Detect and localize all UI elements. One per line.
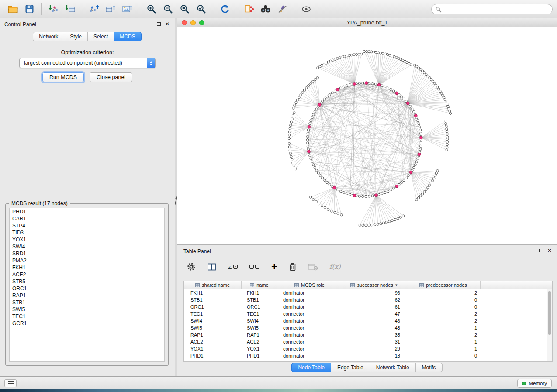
ring-node[interactable] — [420, 132, 422, 134]
ring-node[interactable] — [343, 191, 345, 193]
toggle-columns-button[interactable] — [208, 263, 216, 271]
ring-node[interactable] — [337, 189, 339, 191]
leaf-node[interactable] — [339, 57, 341, 59]
hub-node[interactable] — [318, 103, 321, 107]
ring-node[interactable] — [415, 161, 418, 163]
ring-node[interactable] — [358, 195, 360, 197]
zoom-fit-button[interactable] — [176, 2, 193, 16]
leaf-node[interactable] — [446, 130, 448, 132]
leaf-node[interactable] — [288, 131, 291, 133]
ring-node[interactable] — [326, 182, 328, 184]
leaf-node[interactable] — [370, 51, 372, 53]
leaf-node[interactable] — [363, 50, 365, 52]
network-canvas[interactable] — [177, 27, 557, 244]
mcds-result-item[interactable]: ACE2 — [10, 271, 164, 278]
cell-name[interactable]: TEC1 — [242, 310, 277, 317]
leaf-node[interactable] — [433, 177, 435, 179]
hub-node[interactable] — [418, 153, 421, 156]
cell-name[interactable]: SWI5 — [242, 324, 277, 331]
ring-node[interactable] — [387, 190, 389, 193]
column-header-mcds-role[interactable]: MCDS role — [277, 281, 342, 289]
cell-successor-nodes[interactable]: 47 — [342, 310, 406, 317]
ring-node[interactable] — [339, 190, 342, 193]
ring-node[interactable] — [346, 193, 348, 195]
leaf-node[interactable] — [360, 53, 363, 55]
mcds-result-item[interactable]: STB1 — [10, 299, 164, 306]
ring-node[interactable] — [420, 142, 422, 144]
hub-node[interactable] — [365, 82, 368, 85]
leaf-node[interactable] — [397, 217, 399, 220]
ring-node[interactable] — [322, 177, 324, 179]
ring-node[interactable] — [311, 117, 313, 119]
mcds-result-item[interactable]: GCR1 — [10, 320, 164, 327]
ring-node[interactable] — [384, 86, 386, 88]
cell-predecessor-nodes[interactable]: 1 — [406, 338, 481, 345]
ring-node[interactable] — [349, 84, 351, 86]
leaf-node[interactable] — [314, 78, 316, 80]
ring-node[interactable] — [413, 110, 415, 113]
leaf-node[interactable] — [449, 110, 451, 112]
leaf-node[interactable] — [446, 141, 448, 143]
ring-node[interactable] — [362, 82, 364, 84]
cell-mcds-role[interactable]: dominator — [277, 352, 342, 359]
leaf-node[interactable] — [447, 105, 449, 107]
leaf-node[interactable] — [446, 149, 448, 151]
leaf-node[interactable] — [374, 224, 376, 226]
leaf-node[interactable] — [292, 162, 294, 164]
export-image-button[interactable] — [119, 2, 135, 16]
mcds-result-item[interactable]: ORC1 — [10, 285, 164, 292]
select-all-button[interactable]: ✓✓ — [228, 265, 238, 269]
hub-node[interactable] — [353, 194, 356, 197]
ring-node[interactable] — [407, 175, 409, 177]
ring-node[interactable] — [384, 191, 386, 193]
cell-successor-nodes[interactable]: 29 — [342, 345, 406, 352]
leaf-node[interactable] — [288, 146, 291, 148]
cell-predecessor-nodes[interactable]: 2 — [406, 310, 481, 317]
ring-node[interactable] — [417, 120, 419, 122]
cell-shared-name[interactable]: FKH1 — [184, 289, 242, 296]
leaf-node[interactable] — [346, 55, 348, 57]
leaf-node[interactable] — [358, 53, 360, 55]
leaf-node[interactable] — [303, 89, 305, 91]
leaf-node[interactable] — [327, 61, 329, 63]
leaf-node[interactable] — [334, 58, 336, 60]
leaf-node[interactable] — [318, 203, 320, 205]
cell-mcds-role[interactable]: dominator — [277, 296, 342, 303]
leaf-node[interactable] — [292, 107, 294, 109]
cell-successor-nodes[interactable]: 96 — [342, 289, 406, 296]
column-header-name[interactable]: name — [242, 281, 277, 289]
table-settings-button[interactable] — [187, 262, 196, 271]
leaf-node[interactable] — [309, 83, 311, 85]
leaf-node[interactable] — [366, 50, 368, 52]
cell-shared-name[interactable]: PHD1 — [184, 352, 242, 359]
leaf-node[interactable] — [289, 149, 291, 151]
leaf-node[interactable] — [316, 76, 318, 79]
leaf-node[interactable] — [294, 104, 296, 107]
run-mcds-button[interactable]: Run MCDS — [42, 72, 84, 82]
leaf-node[interactable] — [288, 134, 291, 136]
table-row[interactable]: YOX1YOX1connector291 — [184, 345, 552, 352]
ring-node[interactable] — [307, 142, 309, 144]
leaf-node[interactable] — [382, 222, 384, 224]
leaf-node[interactable] — [446, 133, 448, 135]
ring-node[interactable] — [371, 195, 374, 197]
ring-node[interactable] — [411, 108, 413, 110]
ring-node[interactable] — [312, 113, 315, 116]
table-scrollbar[interactable] — [547, 289, 552, 361]
table-row[interactable]: SWI5SWI5connector431 — [184, 324, 552, 331]
cell-shared-name[interactable]: ACE2 — [184, 338, 242, 345]
leaf-node[interactable] — [341, 56, 343, 58]
leaf-node[interactable] — [435, 172, 437, 174]
ring-node[interactable] — [315, 169, 318, 172]
leaf-node[interactable] — [315, 201, 317, 203]
close-panel-icon[interactable]: ✕ — [547, 248, 552, 253]
splitter-collapse-icons[interactable] — [175, 196, 177, 205]
leaf-node[interactable] — [388, 220, 391, 223]
hub-node[interactable] — [395, 185, 398, 188]
cell-name[interactable]: STB1 — [242, 296, 277, 303]
leaf-node[interactable] — [288, 137, 290, 139]
leaf-node[interactable] — [362, 224, 364, 226]
leaf-node[interactable] — [421, 193, 423, 195]
zoom-selected-button[interactable] — [193, 2, 209, 16]
leaf-node[interactable] — [340, 213, 343, 216]
